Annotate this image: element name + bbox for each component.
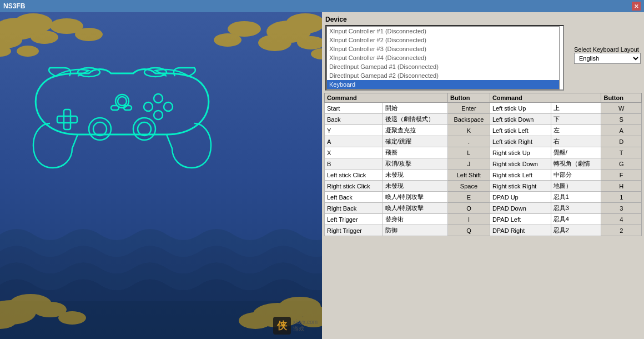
left-panel: 侠 xiayx.com 游戏 (0, 12, 322, 339)
cmd2-cell: Left stick Up (490, 103, 551, 114)
col1-header: Command (325, 93, 448, 103)
btn2-cell[interactable]: 2 (601, 225, 642, 236)
table-row: Y 凝聚查克拉 K Left stick Left 左 A (325, 125, 642, 136)
main-container: 侠 xiayx.com 游戏 Device XInput Controller … (0, 12, 644, 339)
table-row: Right Back 喚人/特別攻擊 O DPAD Down 忍具3 3 (325, 203, 642, 214)
btn2-cell[interactable]: T (601, 147, 642, 158)
device-list-item[interactable]: DirectInput Gamepad #1 (Disconnected) (327, 62, 559, 71)
btn1-cell[interactable]: O (447, 203, 490, 214)
btn2-cell[interactable]: S (601, 114, 642, 125)
svg-point-13 (258, 34, 291, 51)
cmd1-cn-cell: 防御 (383, 225, 447, 236)
cmd2-cn-cell: 右 (551, 136, 601, 147)
watermark-site: xiayx.com (293, 319, 318, 325)
svg-point-9 (75, 28, 103, 41)
device-list-container: Device XInput Controller #1 (Disconnecte… (325, 16, 570, 91)
cmd2-cn-cell: 覺醒/ (551, 147, 601, 158)
cmd1-cell: Left Trigger (325, 214, 383, 225)
device-list-item[interactable]: XInput Controller #4 (Disconnected) (327, 53, 559, 62)
btn1-cell[interactable]: L (447, 147, 490, 158)
svg-point-4 (14, 13, 53, 33)
btn2-cell[interactable]: A (601, 125, 642, 136)
cmd1-cn-cell: 未發現 (383, 181, 447, 192)
btn2-cell[interactable]: 4 (601, 214, 642, 225)
cmd2-cn-cell: 地圖） (551, 181, 601, 192)
cmd1-cell: Right stick Click (325, 181, 383, 192)
btn1-cell[interactable]: . (447, 136, 490, 147)
cmd2-cell: Right stick Left (490, 170, 551, 181)
btn2-cell[interactable]: 3 (601, 203, 642, 214)
keyboard-layout-container: Select Keyboard Layout EnglishJapaneseCh… (570, 46, 641, 64)
cmd2-cell: DPAD Down (490, 203, 551, 214)
cmd2-cell: DPAD Up (490, 192, 551, 203)
btn2-cell[interactable]: 1 (601, 192, 642, 203)
decorative-bg-svg (0, 12, 322, 339)
watermark: 侠 xiayx.com 游戏 (273, 317, 318, 335)
cmd1-cn-cell: 未發現 (383, 170, 447, 181)
keyboard-layout-select[interactable]: EnglishJapaneseChinese (574, 53, 641, 64)
device-list-item[interactable]: Keyboard (327, 80, 559, 89)
btn2-cell[interactable]: W (601, 103, 642, 114)
btn1-cell[interactable]: Left Shift (447, 170, 490, 181)
cmd2-cn-cell: 轉視角（劇情 (551, 158, 601, 170)
cmd1-cell: Right Trigger (325, 225, 383, 236)
table-row: X 飛簷 L Right stick Up 覺醒/ T (325, 147, 642, 158)
cmd2-cn-cell: 忍具1 (551, 192, 601, 203)
commands-section[interactable]: Command Button Command Button Start 開始 E… (322, 93, 644, 339)
cmd2-cell: Left stick Down (490, 114, 551, 125)
cmd2-cell: Right stick Up (490, 147, 551, 158)
btn2-cell[interactable]: D (601, 136, 642, 147)
btn1-cell[interactable]: I (447, 214, 490, 225)
device-label: Device (325, 16, 570, 23)
table-row: Back 後退（劇情模式） Backspace Left stick Down … (325, 114, 642, 125)
cmd1-cn-cell: 喚人/特別攻擊 (383, 203, 447, 214)
btn2-cell[interactable]: H (601, 181, 642, 192)
table-row: Start 開始 Enter Left stick Up 上 W (325, 103, 642, 114)
col2-header: Button (447, 93, 490, 103)
cmd2-cell: Left stick Left (490, 125, 551, 136)
btn2-cell[interactable]: F (601, 170, 642, 181)
cmd1-cn-cell: 替身術 (383, 214, 447, 225)
cmd1-cn-cell: 取消/攻擊 (383, 158, 447, 170)
cmd1-cell: Right Back (325, 203, 383, 214)
btn1-cell[interactable]: E (447, 192, 490, 203)
cmd2-cn-cell: 左 (551, 125, 601, 136)
btn1-cell[interactable]: Space (447, 181, 490, 192)
device-list-item[interactable]: XInput Controller #3 (Disconnected) (327, 44, 559, 53)
table-row: B 取消/攻擊 J Right stick Down 轉視角（劇情 G (325, 158, 642, 170)
device-list-item[interactable]: DirectInput Gamepad #2 (Disconnected) (327, 71, 559, 80)
cmd1-cell: Left stick Click (325, 170, 383, 181)
svg-point-10 (17, 46, 39, 57)
svg-point-17 (214, 33, 242, 47)
cmd2-cell: Right stick Right (490, 181, 551, 192)
cmd1-cn-cell: 凝聚查克拉 (383, 125, 447, 136)
btn1-cell[interactable]: K (447, 125, 490, 136)
btn1-cell[interactable]: Q (447, 225, 490, 236)
cmd1-cell: Start (325, 103, 383, 114)
commands-table: Command Button Command Button Start 開始 E… (324, 93, 642, 236)
cmd1-cn-cell: 喚人/特別攻擊 (383, 192, 447, 203)
btn1-cell[interactable]: J (447, 158, 490, 170)
device-list-wrapper[interactable]: XInput Controller #1 (Disconnected)XInpu… (325, 25, 564, 91)
cmd1-cell: Back (325, 114, 383, 125)
cmd1-cn-cell: 飛簷 (383, 147, 447, 158)
device-header: Device XInput Controller #1 (Disconnecte… (322, 12, 644, 91)
device-list-item[interactable]: XInput Controller #2 (Disconnected) (327, 36, 559, 44)
table-row: Right Trigger 防御 Q DPAD Right 忍具2 2 (325, 225, 642, 236)
cmd2-cn-cell: 下 (551, 114, 601, 125)
cmd2-cn-cell: 忍具3 (551, 203, 601, 214)
cmd2-cn-cell: 中部分 (551, 170, 601, 181)
device-list: XInput Controller #1 (Disconnected)XInpu… (326, 26, 560, 89)
device-list-item[interactable]: XInput Controller #1 (Disconnected) (327, 27, 559, 36)
btn2-cell[interactable]: G (601, 158, 642, 170)
cmd2-cell: DPAD Left (490, 214, 551, 225)
close-button[interactable]: ✕ (632, 2, 641, 11)
cmd1-cn-cell: 後退（劇情模式） (383, 114, 447, 125)
svg-point-6 (31, 31, 58, 44)
svg-point-25 (239, 312, 272, 329)
cmd1-cn-cell: 確定/跳躍 (383, 136, 447, 147)
btn1-cell[interactable]: Enter (447, 103, 490, 114)
btn1-cell[interactable]: Backspace (447, 114, 490, 125)
col3-header: Command (490, 93, 601, 103)
svg-point-22 (58, 311, 86, 325)
